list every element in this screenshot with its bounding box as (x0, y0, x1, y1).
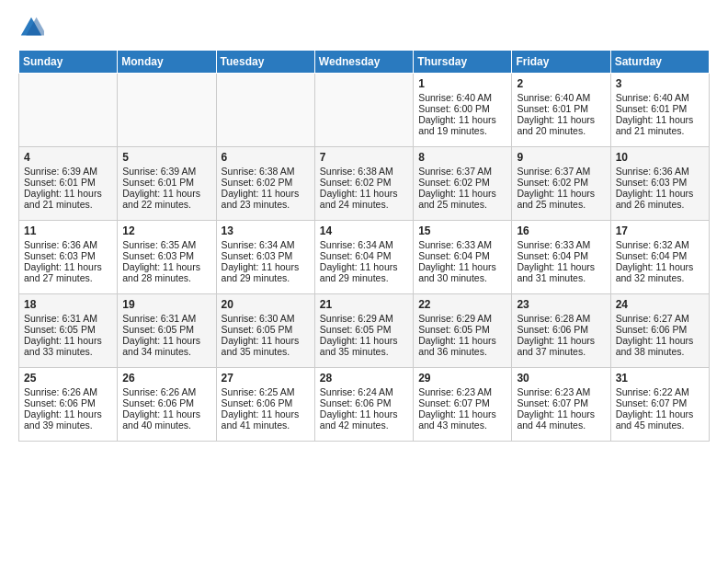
cell-sunrise: Sunrise: 6:22 AM (616, 386, 689, 397)
logo-icon (18, 15, 44, 40)
cell-sunrise: Sunrise: 6:37 AM (418, 166, 492, 177)
calendar-cell: 9Sunrise: 6:37 AMSunset: 6:02 PMDaylight… (512, 147, 610, 221)
calendar-cell: 28Sunrise: 6:24 AMSunset: 6:06 PMDayligh… (314, 368, 413, 442)
cell-daylight: Daylight: 11 hours and 20 minutes. (517, 114, 595, 136)
cell-sunset: Sunset: 6:07 PM (517, 397, 588, 408)
cell-daylight: Daylight: 11 hours and 27 minutes. (24, 261, 102, 283)
cell-daylight: Daylight: 11 hours and 31 minutes. (517, 261, 595, 283)
cell-daylight: Daylight: 11 hours and 42 minutes. (320, 408, 398, 431)
cell-day-number: 1 (418, 77, 506, 90)
calendar-cell: 20Sunrise: 6:30 AMSunset: 6:05 PMDayligh… (216, 294, 314, 368)
cell-daylight: Daylight: 11 hours and 41 minutes. (222, 408, 300, 431)
cell-sunrise: Sunrise: 6:34 AM (320, 239, 393, 250)
cell-sunrise: Sunrise: 6:30 AM (222, 313, 295, 324)
cell-sunset: Sunset: 6:02 PM (222, 177, 293, 188)
cell-daylight: Daylight: 11 hours and 40 minutes. (122, 408, 200, 431)
cell-day-number: 26 (122, 372, 210, 385)
cell-sunset: Sunset: 6:02 PM (517, 177, 588, 188)
col-header-tuesday: Tuesday (216, 51, 314, 74)
week-row-5: 25Sunrise: 6:26 AMSunset: 6:06 PMDayligh… (19, 368, 710, 442)
cell-daylight: Daylight: 11 hours and 37 minutes. (517, 335, 595, 357)
cell-sunrise: Sunrise: 6:34 AM (222, 239, 295, 250)
cell-sunrise: Sunrise: 6:29 AM (418, 313, 492, 324)
cell-daylight: Daylight: 11 hours and 35 minutes. (320, 335, 398, 357)
cell-daylight: Daylight: 11 hours and 43 minutes. (418, 408, 496, 431)
col-header-wednesday: Wednesday (314, 51, 413, 74)
cell-daylight: Daylight: 11 hours and 45 minutes. (616, 408, 694, 431)
cell-sunset: Sunset: 6:00 PM (418, 103, 490, 114)
cell-daylight: Daylight: 11 hours and 23 minutes. (222, 188, 300, 210)
cell-sunrise: Sunrise: 6:26 AM (24, 386, 97, 397)
calendar-cell: 27Sunrise: 6:25 AMSunset: 6:06 PMDayligh… (216, 368, 314, 442)
cell-sunset: Sunset: 6:06 PM (616, 324, 688, 335)
cell-day-number: 17 (616, 224, 704, 237)
cell-day-number: 15 (418, 224, 506, 237)
calendar-cell: 31Sunrise: 6:22 AMSunset: 6:07 PMDayligh… (610, 368, 709, 442)
calendar-cell: 5Sunrise: 6:39 AMSunset: 6:01 PMDaylight… (118, 147, 216, 221)
cell-sunrise: Sunrise: 6:25 AM (222, 386, 295, 397)
cell-daylight: Daylight: 11 hours and 29 minutes. (320, 261, 398, 283)
cell-sunrise: Sunrise: 6:23 AM (517, 386, 590, 397)
calendar-cell (118, 74, 216, 147)
cell-sunset: Sunset: 6:03 PM (24, 250, 96, 261)
calendar-cell: 4Sunrise: 6:39 AMSunset: 6:01 PMDaylight… (19, 147, 118, 221)
cell-day-number: 30 (517, 372, 605, 385)
cell-sunset: Sunset: 6:02 PM (320, 177, 392, 188)
cell-day-number: 5 (122, 151, 210, 164)
cell-day-number: 14 (320, 224, 408, 237)
cell-day-number: 20 (222, 298, 310, 311)
calendar-cell: 10Sunrise: 6:36 AMSunset: 6:03 PMDayligh… (610, 147, 709, 221)
cell-daylight: Daylight: 11 hours and 28 minutes. (122, 261, 200, 283)
cell-daylight: Daylight: 11 hours and 33 minutes. (24, 335, 102, 357)
calendar-cell: 19Sunrise: 6:31 AMSunset: 6:05 PMDayligh… (118, 294, 216, 368)
cell-sunrise: Sunrise: 6:28 AM (517, 313, 590, 324)
calendar-cell: 14Sunrise: 6:34 AMSunset: 6:04 PMDayligh… (314, 221, 413, 294)
cell-daylight: Daylight: 11 hours and 30 minutes. (418, 261, 496, 283)
calendar-cell: 2Sunrise: 6:40 AMSunset: 6:01 PMDaylight… (512, 74, 610, 147)
cell-sunset: Sunset: 6:01 PM (24, 177, 96, 188)
cell-sunrise: Sunrise: 6:38 AM (222, 166, 295, 177)
cell-day-number: 21 (320, 298, 408, 311)
cell-sunset: Sunset: 6:05 PM (222, 324, 293, 335)
cell-day-number: 29 (418, 372, 506, 385)
cell-sunrise: Sunrise: 6:23 AM (418, 386, 492, 397)
cell-daylight: Daylight: 11 hours and 39 minutes. (24, 408, 102, 431)
cell-day-number: 9 (517, 151, 605, 164)
cell-sunrise: Sunrise: 6:29 AM (320, 313, 393, 324)
cell-sunrise: Sunrise: 6:31 AM (122, 313, 196, 324)
calendar-cell: 25Sunrise: 6:26 AMSunset: 6:06 PMDayligh… (19, 368, 118, 442)
col-header-friday: Friday (512, 51, 610, 74)
cell-day-number: 25 (24, 372, 112, 385)
calendar-cell (19, 74, 118, 147)
cell-day-number: 23 (517, 298, 605, 311)
calendar-cell: 13Sunrise: 6:34 AMSunset: 6:03 PMDayligh… (216, 221, 314, 294)
cell-sunrise: Sunrise: 6:35 AM (122, 239, 196, 250)
calendar-cell: 21Sunrise: 6:29 AMSunset: 6:05 PMDayligh… (314, 294, 413, 368)
cell-day-number: 3 (616, 77, 704, 90)
cell-day-number: 4 (24, 151, 112, 164)
cell-sunrise: Sunrise: 6:32 AM (616, 239, 689, 250)
cell-sunset: Sunset: 6:01 PM (616, 103, 688, 114)
calendar-cell: 7Sunrise: 6:38 AMSunset: 6:02 PMDaylight… (314, 147, 413, 221)
cell-day-number: 19 (122, 298, 210, 311)
calendar-cell: 8Sunrise: 6:37 AMSunset: 6:02 PMDaylight… (414, 147, 512, 221)
calendar-cell: 15Sunrise: 6:33 AMSunset: 6:04 PMDayligh… (414, 221, 512, 294)
calendar-cell: 16Sunrise: 6:33 AMSunset: 6:04 PMDayligh… (512, 221, 610, 294)
cell-sunset: Sunset: 6:04 PM (517, 250, 588, 261)
cell-day-number: 7 (320, 151, 408, 164)
week-row-1: 1Sunrise: 6:40 AMSunset: 6:00 PMDaylight… (19, 74, 710, 147)
col-header-thursday: Thursday (414, 51, 512, 74)
cell-day-number: 2 (517, 77, 605, 90)
cell-day-number: 13 (222, 224, 310, 237)
cell-day-number: 6 (222, 151, 310, 164)
cell-day-number: 24 (616, 298, 704, 311)
cell-sunset: Sunset: 6:02 PM (418, 177, 490, 188)
cell-sunrise: Sunrise: 6:39 AM (122, 166, 196, 177)
cell-sunset: Sunset: 6:07 PM (616, 397, 688, 408)
cell-sunrise: Sunrise: 6:27 AM (616, 313, 689, 324)
calendar-cell: 29Sunrise: 6:23 AMSunset: 6:07 PMDayligh… (414, 368, 512, 442)
cell-day-number: 12 (122, 224, 210, 237)
calendar-cell: 30Sunrise: 6:23 AMSunset: 6:07 PMDayligh… (512, 368, 610, 442)
calendar-table: SundayMondayTuesdayWednesdayThursdayFrid… (18, 50, 710, 442)
cell-sunset: Sunset: 6:01 PM (517, 103, 588, 114)
